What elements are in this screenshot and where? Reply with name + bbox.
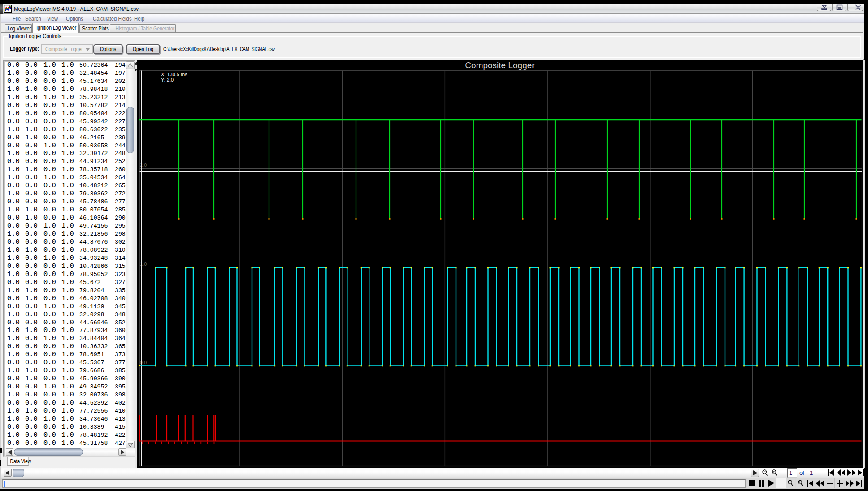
svg-text:1.0: 1.0 bbox=[140, 261, 147, 267]
svg-text:Composite Logger: Composite Logger bbox=[465, 60, 535, 70]
svg-text:Y: 2.0: Y: 2.0 bbox=[161, 77, 174, 82]
svg-text:2.0: 2.0 bbox=[140, 162, 147, 168]
svg-text:0.0: 0.0 bbox=[140, 360, 147, 365]
svg-text:X: 130.5 ms: X: 130.5 ms bbox=[161, 72, 187, 77]
